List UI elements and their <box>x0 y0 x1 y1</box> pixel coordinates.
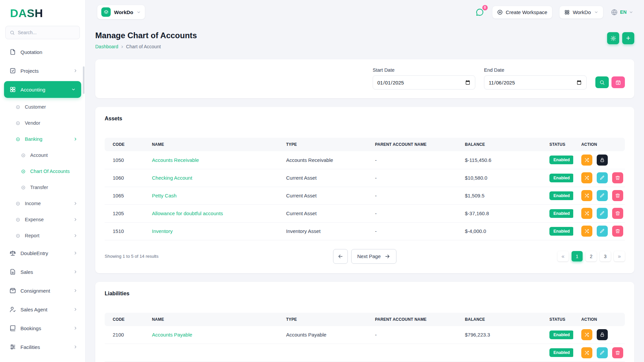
pencil-icon <box>600 211 605 216</box>
shuffle-button[interactable] <box>581 155 592 166</box>
sidebar-item-quotation[interactable]: Quotation <box>0 43 85 61</box>
language-selector[interactable]: EN <box>610 7 634 18</box>
lock-button[interactable] <box>597 329 608 340</box>
page-button-3[interactable]: 3 <box>600 251 611 261</box>
status-badge: Enabled <box>549 209 573 218</box>
sidebar-item-vendor[interactable]: Vendor <box>0 115 85 131</box>
first-page-button[interactable]: « <box>557 251 569 261</box>
col-balance: BALANCE <box>457 138 541 151</box>
workdo-menu-button[interactable]: WorkDo <box>559 6 603 19</box>
shuffle-button[interactable] <box>581 347 592 358</box>
filter-search-button[interactable] <box>595 76 609 88</box>
filter-reset-button[interactable] <box>611 76 625 88</box>
cell-parent: - <box>367 204 457 222</box>
page-content: Manage Chart of Accounts Dashboard › Cha… <box>86 24 644 362</box>
arrow-right-icon <box>384 253 390 259</box>
sidebar-item-account[interactable]: Account <box>0 147 85 163</box>
sidebar-item-sales[interactable]: Sales <box>0 262 85 281</box>
cell-parent: - <box>367 187 457 204</box>
add-account-button[interactable]: + <box>622 32 634 44</box>
shuffle-button[interactable] <box>581 172 592 183</box>
account-name-link[interactable]: Allowance for doubtful accounts <box>152 210 223 216</box>
circle-dot-icon <box>21 169 26 174</box>
cell-balance: $10,580.0 <box>457 169 541 187</box>
account-name-link[interactable]: Checking Account <box>152 175 192 181</box>
messages-button[interactable]: 0 <box>474 7 485 18</box>
breadcrumb-dashboard-link[interactable]: Dashboard <box>95 44 118 49</box>
sidebar-item-label: Account <box>30 153 48 158</box>
sidebar-item-doubleentry[interactable]: DoubleEntry <box>0 244 85 262</box>
page-button-2[interactable]: 2 <box>586 251 597 261</box>
end-date-input[interactable] <box>484 75 587 89</box>
next-page-button[interactable]: Next Page <box>351 249 396 264</box>
edit-button[interactable] <box>597 172 608 183</box>
edit-button[interactable] <box>597 190 608 201</box>
sidebar-item-label: Customer <box>25 104 46 110</box>
last-page-button[interactable]: » <box>614 251 625 261</box>
pencil-icon <box>600 193 605 198</box>
sidebar-item-projects[interactable]: Projects <box>0 61 85 80</box>
shuffle-button[interactable] <box>581 226 592 237</box>
account-name-link[interactable]: Accounts Receivable <box>152 157 199 163</box>
sidebar-item-income[interactable]: Income <box>0 195 85 212</box>
account-name-link[interactable]: Petty Cash <box>152 193 176 198</box>
edit-button[interactable] <box>597 347 608 358</box>
app-logo[interactable]: DASH <box>10 7 43 20</box>
sidebar-item-bookings[interactable]: Bookings <box>0 319 85 338</box>
workspace-name: WorkDo <box>114 9 133 15</box>
shuffle-button[interactable] <box>581 329 592 340</box>
chevron-down-icon <box>594 10 598 14</box>
col-code: CODE <box>105 313 144 326</box>
account-name-link[interactable]: Accounts Payable <box>152 332 192 338</box>
edit-button[interactable] <box>597 226 608 237</box>
delete-button[interactable] <box>612 208 623 219</box>
sidebar-item-banking[interactable]: Banking <box>0 131 85 147</box>
lock-button[interactable] <box>597 155 608 166</box>
delete-button[interactable] <box>612 172 623 183</box>
cell-type: Accounts Payable <box>278 326 367 344</box>
chevron-right-icon <box>73 307 78 312</box>
sidebar-item-chart-of-accounts[interactable]: Chart Of Accounts <box>0 163 85 179</box>
sidebar-item-transfer[interactable]: Transfer <box>0 179 85 195</box>
globe-icon <box>611 9 618 16</box>
end-date-label: End Date <box>484 67 587 73</box>
trash-icon <box>615 229 620 234</box>
sidebar-scrollbar[interactable] <box>83 66 85 94</box>
sidebar-item-consignment[interactable]: Consignment <box>0 281 85 300</box>
settings-button[interactable] <box>607 32 619 44</box>
edit-button[interactable] <box>597 208 608 219</box>
search-input[interactable] <box>18 30 75 35</box>
sidebar-item-label: Expense <box>25 217 44 222</box>
shuffle-button[interactable] <box>581 190 592 201</box>
sidebar-item-customer[interactable]: Customer <box>0 99 85 115</box>
box-icon <box>9 287 16 294</box>
chevron-down-icon <box>137 10 141 14</box>
sidebar-item-expense[interactable]: Expense <box>0 212 85 228</box>
end-date-group: End Date <box>484 67 587 89</box>
chevron-right-icon <box>73 251 78 255</box>
sidebar-item-lms[interactable]: LMS <box>0 356 85 362</box>
account-name-link[interactable]: Inventory <box>152 228 173 234</box>
table-row: Enabled <box>105 344 625 362</box>
sidebar: DASH Quotation Projects Accounting Custo… <box>0 0 86 362</box>
start-date-input[interactable] <box>373 75 475 89</box>
cell-code: 1065 <box>105 187 144 204</box>
sidebar-item-accounting[interactable]: Accounting <box>4 81 81 98</box>
sidebar-item-facilities[interactable]: Facilities <box>0 338 85 356</box>
topbar-right: 0 Create Workspace WorkDo EN <box>474 6 634 19</box>
sidebar-item-report[interactable]: Report <box>0 228 85 244</box>
status-badge: Enabled <box>549 156 573 164</box>
chevron-right-icon <box>73 233 78 238</box>
sidebar-search[interactable] <box>5 26 80 39</box>
sidebar-item-label: Quotation <box>20 49 42 55</box>
status-badge: Enabled <box>549 191 573 200</box>
create-workspace-button[interactable]: Create Workspace <box>492 6 552 19</box>
page-button-1[interactable]: 1 <box>572 251 583 261</box>
delete-button[interactable] <box>612 190 623 201</box>
delete-button[interactable] <box>612 347 623 358</box>
delete-button[interactable] <box>612 226 623 237</box>
workspace-switcher[interactable]: WorkDo <box>97 5 145 19</box>
shuffle-button[interactable] <box>581 208 592 219</box>
sidebar-item-sales-agent[interactable]: Sales Agent <box>0 300 85 319</box>
prev-page-button[interactable] <box>333 249 348 264</box>
